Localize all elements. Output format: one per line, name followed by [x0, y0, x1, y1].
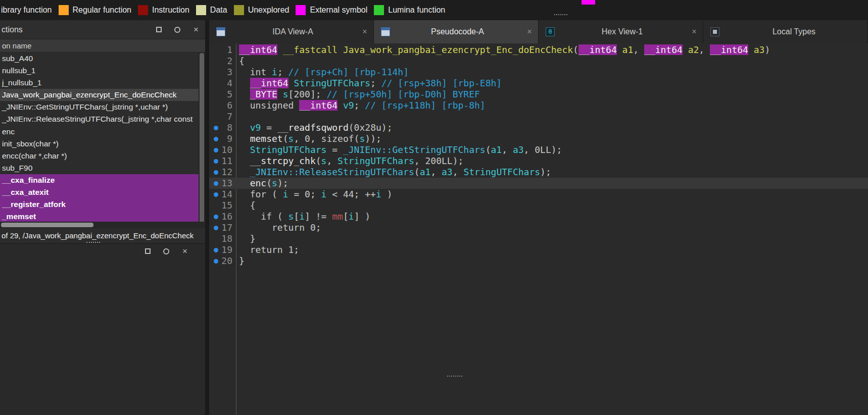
breakpoint-dot[interactable]: [214, 126, 218, 130]
code-token[interactable]: }: [239, 233, 256, 244]
code-token[interactable]: ;: [354, 100, 365, 111]
code-token[interactable]: for (: [239, 189, 283, 199]
code-line[interactable]: 11 __strcpy_chk(s, StringUTFChars, 200LL…: [209, 155, 868, 167]
function-row[interactable]: j_nullsub_1: [0, 77, 199, 89]
code-token[interactable]: [: [343, 211, 349, 222]
code-line[interactable]: 4 __int64 StringUTFChars; // [rsp+38h] […: [209, 78, 868, 89]
function-row[interactable]: __cxa_atexit: [0, 186, 199, 198]
breakpoint-dot[interactable]: [214, 259, 218, 264]
code-token[interactable]: ] ): [354, 211, 371, 222]
library-function-token[interactable]: _JNIEnv::GetStringUTFChars: [343, 144, 486, 155]
function-call-token[interactable]: __readfsqword: [277, 122, 349, 133]
code-token[interactable]: [239, 133, 250, 144]
pseudocode-view[interactable]: 1__int64 __fastcall Java_work_pangbai_ez…: [209, 43, 868, 415]
library-function-token[interactable]: _JNIEnv::ReleaseStringUTFChars: [250, 167, 414, 177]
code-token[interactable]: < 44; ++: [326, 189, 376, 199]
code-token[interactable]: ,: [699, 44, 710, 55]
breakpoint-dot[interactable]: [214, 215, 218, 219]
declaration-token[interactable]: a2: [683, 44, 699, 55]
type-macro-token[interactable]: __int64: [299, 100, 337, 111]
breakpoint-dot[interactable]: [214, 159, 218, 164]
breakpoint-dot[interactable]: [214, 137, 218, 141]
function-row[interactable]: encc(char *,char *): [0, 150, 199, 162]
variable-token[interactable]: s: [288, 211, 294, 222]
breakpoint-dot[interactable]: [214, 148, 218, 152]
code-token[interactable]: , 200LL);: [414, 155, 464, 166]
code-line[interactable]: 7: [209, 111, 868, 122]
code-token[interactable]: (: [316, 155, 321, 166]
code-token[interactable]: ,: [430, 167, 442, 177]
code-token[interactable]: ;: [277, 67, 288, 77]
code-token[interactable]: {: [239, 56, 245, 66]
panel-float-icon[interactable]: [172, 25, 182, 35]
tab-close-icon[interactable]: ×: [360, 27, 369, 36]
bottom-float-icon[interactable]: [161, 246, 171, 256]
code-token[interactable]: unsigned: [239, 100, 299, 111]
variable-token[interactable]: a1: [420, 167, 431, 177]
code-token[interactable]: {: [239, 200, 256, 211]
code-token[interactable]: (0x28u);: [349, 122, 393, 133]
code-token[interactable]: ,: [453, 167, 464, 177]
type-macro-token[interactable]: _BYTE: [250, 89, 277, 99]
code-token[interactable]: );: [277, 178, 288, 188]
function-row[interactable]: enc: [0, 126, 199, 138]
code-token[interactable]: }: [239, 255, 245, 266]
code-token[interactable]: [200];: [288, 89, 327, 99]
variable-token[interactable]: a3: [442, 167, 453, 177]
function-call-token[interactable]: memset: [250, 133, 283, 144]
code-line[interactable]: 8 v9 = __readfsqword(0x28u);: [209, 122, 868, 133]
panel-splitter[interactable]: [205, 20, 209, 415]
code-token[interactable]: , 0LL);: [524, 144, 562, 155]
vertical-scrollbar[interactable]: [199, 53, 205, 222]
variable-token[interactable]: StringUTFChars: [294, 78, 370, 88]
code-token[interactable]: ): [381, 189, 393, 199]
vertical-scrollbar-thumb[interactable]: [200, 53, 204, 222]
bottom-maximize-icon[interactable]: [142, 246, 153, 256]
horizontal-scrollbar-thumb[interactable]: [1, 223, 93, 227]
code-token[interactable]: , 0, sizeof(: [294, 133, 359, 144]
function-row[interactable]: _memset: [0, 211, 199, 221]
variable-token[interactable]: s: [359, 133, 365, 144]
code-token[interactable]: [239, 89, 250, 99]
code-token[interactable]: ));: [365, 133, 381, 144]
variable-token[interactable]: s: [321, 155, 327, 166]
code-line[interactable]: 5 _BYTE s[200]; // [rsp+50h] [rbp-D0h] B…: [209, 89, 868, 100]
code-line[interactable]: 3 int i; // [rsp+Ch] [rbp-114h]: [209, 67, 868, 78]
variable-token[interactable]: s: [283, 89, 288, 99]
function-row[interactable]: __cxa_finalize: [0, 174, 199, 186]
code-token[interactable]: [: [294, 211, 299, 222]
comment-token[interactable]: // [rsp+118h] [rbp-8h]: [365, 100, 485, 111]
variable-token[interactable]: i: [272, 67, 277, 77]
code-token[interactable]: (: [414, 167, 420, 177]
variable-token[interactable]: StringUTFChars: [250, 144, 327, 155]
declaration-token[interactable]: a1: [617, 44, 634, 55]
code-line[interactable]: 15 {: [209, 200, 868, 211]
variable-token[interactable]: StringUTFChars: [337, 155, 414, 166]
function-call-token[interactable]: __strcpy_chk: [250, 155, 316, 166]
code-token[interactable]: [337, 100, 343, 111]
variable-token[interactable]: i: [349, 211, 354, 222]
code-line[interactable]: 17 return 0;: [209, 222, 868, 233]
panel-close-icon[interactable]: ×: [191, 25, 201, 35]
data-ref-token[interactable]: mm: [332, 211, 343, 222]
function-row[interactable]: _JNIEnv::GetStringUTFChars(_jstring *,uc…: [0, 101, 199, 113]
code-token[interactable]: ,: [326, 155, 337, 166]
code-token[interactable]: ,: [502, 144, 513, 155]
code-token[interactable]: (: [573, 44, 578, 55]
code-token[interactable]: int: [239, 67, 272, 77]
tab-pseudocode-a[interactable]: Pseudocode-A×: [374, 20, 539, 43]
code-line[interactable]: 14 for ( i = 0; i < 44; ++i ): [209, 189, 868, 200]
code-token[interactable]: (: [283, 133, 288, 144]
tab-hex-view-1[interactable]: Hex View-1×: [539, 20, 703, 43]
code-token[interactable]: = 0;: [288, 189, 321, 199]
code-token[interactable]: =: [261, 122, 277, 133]
function-row[interactable]: __register_atfork: [0, 198, 199, 211]
horizontal-scrollbar[interactable]: [0, 222, 205, 228]
code-line[interactable]: 13 enc(s);: [209, 178, 868, 189]
code-token[interactable]: =: [326, 144, 343, 155]
function-row[interactable]: Java_work_pangbai_ezencrypt_Enc_doEncChe…: [0, 89, 199, 101]
code-token[interactable]: [277, 89, 283, 99]
code-token[interactable]: [239, 122, 250, 133]
code-line[interactable]: 20}: [209, 255, 868, 267]
bottom-close-icon[interactable]: ×: [180, 246, 190, 256]
